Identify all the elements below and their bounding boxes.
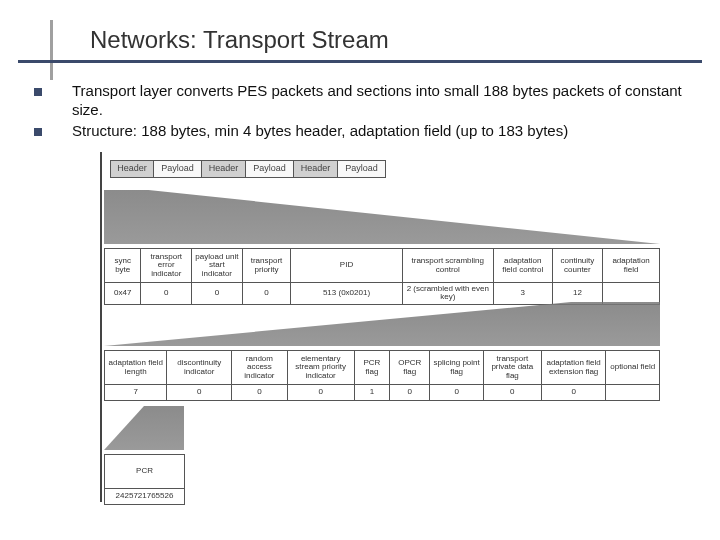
field-value: 0: [232, 385, 288, 401]
packet-header-cell: Header: [110, 160, 154, 178]
header-fields-table: sync byte transport error indicator payl…: [104, 248, 660, 305]
expansion-trapezoid: [104, 190, 660, 244]
expansion-trapezoid: [104, 302, 660, 346]
field-label: transport scrambling control: [402, 249, 493, 283]
packet-payload-cell: Payload: [154, 160, 202, 178]
field-value: 0: [541, 385, 606, 401]
pcr-table: PCR 2425721765526: [104, 454, 185, 505]
packet-header-cell: Header: [202, 160, 246, 178]
field-label: PCR: [105, 455, 185, 489]
field-label: transport priority: [242, 249, 291, 283]
packet-header-cell: Header: [294, 160, 338, 178]
diagram-left-rule: [100, 152, 102, 502]
packet-payload-cell: Payload: [246, 160, 294, 178]
field-label: OPCR flag: [390, 351, 430, 385]
field-value: 0: [430, 385, 483, 401]
field-label: PCR flag: [354, 351, 390, 385]
field-value: 0: [167, 385, 232, 401]
bullet-text: Transport layer converts PES packets and…: [72, 82, 696, 120]
bullet-text: Structure: 188 bytes, min 4 bytes header…: [72, 122, 568, 141]
field-label: transport private data flag: [483, 351, 541, 385]
field-value: 0: [483, 385, 541, 401]
field-value: [603, 283, 660, 305]
field-value: 0: [242, 283, 291, 305]
content-area: Transport layer converts PES packets and…: [34, 82, 696, 142]
slide-title: Networks: Transport Stream: [90, 26, 720, 54]
square-bullet-icon: [34, 88, 42, 96]
field-label: transport error indicator: [141, 249, 192, 283]
square-bullet-icon: [34, 128, 42, 136]
field-value: [606, 385, 660, 401]
field-label: elementary stream priority indicator: [287, 351, 354, 385]
field-value: 0: [390, 385, 430, 401]
field-label: sync byte: [105, 249, 141, 283]
field-label: adaptation field length: [105, 351, 167, 385]
title-rule: [18, 60, 702, 63]
transport-stream-diagram: Header Payload Header Payload Header Pay…: [100, 172, 680, 522]
field-label: adaptation field extension flag: [541, 351, 606, 385]
field-label: adaptation field: [603, 249, 660, 283]
packet-row: Header Payload Header Payload Header Pay…: [110, 160, 386, 178]
field-label: random access indicator: [232, 351, 288, 385]
field-value: 0: [141, 283, 192, 305]
field-label: splicing point flag: [430, 351, 483, 385]
field-label: PID: [291, 249, 402, 283]
field-value: 3: [493, 283, 552, 305]
field-value: 2 (scrambled with even key): [402, 283, 493, 305]
field-value: 7: [105, 385, 167, 401]
title-accent-vertical: [50, 20, 53, 80]
adaptation-fields-table: adaptation field length discontinuity in…: [104, 350, 660, 401]
bullet-item: Structure: 188 bytes, min 4 bytes header…: [34, 122, 696, 141]
field-label: optional field: [606, 351, 660, 385]
bullet-item: Transport layer converts PES packets and…: [34, 82, 696, 120]
field-value: 2425721765526: [105, 489, 185, 505]
field-value: 0: [192, 283, 243, 305]
field-value: 12: [552, 283, 603, 305]
expansion-trapezoid: [104, 406, 184, 450]
field-label: continuity counter: [552, 249, 603, 283]
packet-payload-cell: Payload: [338, 160, 386, 178]
field-label: adaptation field control: [493, 249, 552, 283]
field-value: 513 (0x0201): [291, 283, 402, 305]
field-value: 0x47: [105, 283, 141, 305]
field-label: payload unit start indicator: [192, 249, 243, 283]
field-value: 0: [287, 385, 354, 401]
field-label: discontinuity indicator: [167, 351, 232, 385]
field-value: 1: [354, 385, 390, 401]
